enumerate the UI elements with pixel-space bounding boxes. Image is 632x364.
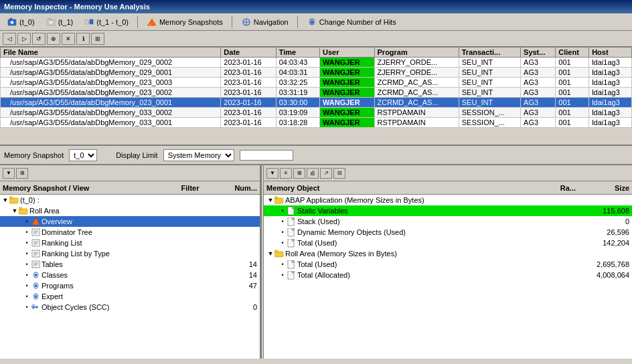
snapshot-select[interactable]: t_0 t_1 bbox=[69, 149, 97, 161]
left-tree-item-tables[interactable]: •Tables14 bbox=[0, 259, 260, 270]
table-cell: ldai1ag3 bbox=[589, 98, 632, 108]
split-container: ▼ ⊞ Memory Snapshot / View Filter Num...… bbox=[0, 165, 632, 359]
right-bullet: • bbox=[279, 207, 287, 214]
tb2-btn-2[interactable]: ▷ bbox=[17, 33, 31, 45]
table-cell: 2023-01-16 bbox=[221, 78, 276, 88]
toolbar-memory-snapshots[interactable]: Memory Snapshots bbox=[143, 15, 227, 29]
table-cell: 2023-01-16 bbox=[221, 118, 276, 128]
svg-point-37 bbox=[34, 284, 37, 287]
toolbar-change-hits[interactable]: Change Number of Hits bbox=[303, 15, 400, 29]
col-date: Date bbox=[221, 48, 276, 58]
right-col-rank: Ra... bbox=[536, 184, 576, 192]
left-tree-item-dominator-tree[interactable]: •Dominator Tree bbox=[0, 227, 260, 238]
left-tree-item-expert[interactable]: •Expert bbox=[0, 291, 260, 302]
table-row[interactable]: /usr/sap/AG3/D55/data/abDbgMemory_033_00… bbox=[1, 108, 632, 118]
right-tree-item-stack-used[interactable]: •Stack (Used)0 bbox=[264, 216, 632, 227]
svg-point-39 bbox=[32, 306, 35, 308]
left-tree-item-programs[interactable]: •Programs47 bbox=[0, 280, 260, 291]
svg-text:-: - bbox=[88, 19, 90, 25]
svg-rect-44 bbox=[292, 207, 294, 209]
title-bar: Memory Inspector - Memory Use Analysis bbox=[0, 0, 632, 13]
right-tree-item-total-used-abap[interactable]: •Total (Used)142,204 bbox=[264, 238, 632, 248]
table-cell: 001 bbox=[556, 98, 589, 108]
table-cell: ldai1ag3 bbox=[589, 118, 632, 128]
toolbar-change-hits-label: Change Number of Hits bbox=[319, 18, 396, 26]
svg-rect-66 bbox=[292, 271, 294, 273]
display-limit-input[interactable] bbox=[240, 150, 293, 161]
right-icon-folder bbox=[274, 195, 284, 205]
tree-label: Dominator Tree bbox=[42, 228, 220, 236]
right-tb-print[interactable]: 🖨 bbox=[307, 168, 319, 179]
col-user: User bbox=[320, 48, 375, 58]
tb2-btn-grid[interactable]: ⊞ bbox=[91, 33, 104, 45]
right-expander[interactable]: ▼ bbox=[266, 250, 274, 257]
toolbar-t0-label: (t_0) bbox=[19, 18, 35, 26]
right-tb-grid2[interactable]: ⊟ bbox=[333, 168, 345, 179]
toolbar-navigation[interactable]: Navigation bbox=[237, 15, 293, 29]
toolbar-t1[interactable]: (t_1) bbox=[42, 15, 78, 29]
table-cell: WANGJER bbox=[320, 78, 375, 88]
table-row[interactable]: /usr/sap/AG3/D55/data/abDbgMemory_029_00… bbox=[1, 68, 632, 78]
tb2-btn-1[interactable]: ◁ bbox=[3, 33, 16, 45]
tree-icon-list bbox=[31, 249, 40, 258]
right-expander[interactable]: ▼ bbox=[266, 197, 274, 203]
right-label: Stack (Used) bbox=[297, 217, 538, 225]
left-tree-item-overview[interactable]: •Overview bbox=[0, 216, 260, 227]
toolbar-navigation-label: Navigation bbox=[254, 18, 289, 26]
right-size: 4,008,064 bbox=[578, 271, 632, 279]
left-tb-filter[interactable]: ▼ bbox=[3, 168, 15, 179]
table-row[interactable]: /usr/sap/AG3/D55/data/abDbgMemory_029_00… bbox=[1, 58, 632, 68]
toolbar-diff[interactable]: - (t_1 - t_0) bbox=[80, 15, 133, 29]
table-row[interactable]: /usr/sap/AG3/D55/data/abDbgMemory_023_00… bbox=[1, 88, 632, 98]
tree-icon-folder bbox=[9, 195, 19, 205]
right-tb-2[interactable]: ≡ bbox=[280, 168, 292, 179]
col-transaction: Transacti... bbox=[459, 48, 520, 58]
display-limit-select[interactable]: System Memory ABAP Memory bbox=[163, 149, 234, 161]
left-tree-item-ranking-list-type[interactable]: •Ranking List by Type bbox=[0, 248, 260, 259]
right-tree-item-static-vars[interactable]: •Static Variables115,608 bbox=[264, 205, 632, 216]
table-cell: AG3 bbox=[521, 58, 556, 68]
table-row[interactable]: /usr/sap/AG3/D55/data/abDbgMemory_033_00… bbox=[1, 118, 632, 128]
svg-rect-16 bbox=[9, 197, 13, 199]
right-tree-item-dynamic-mem[interactable]: •Dynamic Memory Objects (Used)26,596 bbox=[264, 227, 632, 238]
table-cell: 001 bbox=[556, 118, 589, 128]
tb2-btn-delete[interactable]: ✕ bbox=[62, 33, 75, 45]
table-row[interactable]: /usr/sap/AG3/D55/data/abDbgMemory_023_00… bbox=[1, 98, 632, 108]
right-icon-folder bbox=[274, 249, 284, 258]
tb2-btn-4[interactable]: ⊕ bbox=[47, 33, 60, 45]
left-tree-item-obj-cycles[interactable]: •Object Cycles (SCC)0 bbox=[0, 302, 260, 312]
tree-bullet: • bbox=[23, 240, 31, 246]
right-label: Dynamic Memory Objects (Used) bbox=[297, 228, 538, 236]
right-label: Total (Used) bbox=[297, 260, 538, 268]
svg-rect-42 bbox=[274, 197, 278, 199]
right-tree-item-roll-area-obj[interactable]: ▼Roll Area (Memory Sizes in Bytes) bbox=[264, 248, 632, 259]
table-cell: WANGJER bbox=[320, 108, 375, 118]
right-tree-item-abap-app[interactable]: ▼ABAP Application (Memory Sizes in Bytes… bbox=[264, 195, 632, 205]
right-tb-3[interactable]: ⊞ bbox=[293, 168, 305, 179]
tree-label: (t_0) : bbox=[20, 196, 220, 204]
file-table: File Name Date Time User Program Transac… bbox=[0, 47, 632, 128]
table-cell: 03:18:28 bbox=[276, 118, 319, 128]
table-cell: 04:03:31 bbox=[276, 68, 319, 78]
tree-num: 0 bbox=[220, 303, 260, 311]
tree-expander[interactable]: ▼ bbox=[1, 197, 9, 203]
left-tree-item-roll-area[interactable]: ▼Roll Area bbox=[0, 205, 260, 216]
right-tree-item-total-used-roll[interactable]: •Total (Used)2,695,768 bbox=[264, 259, 632, 270]
table-row[interactable]: /usr/sap/AG3/D55/data/abDbgMemory_023_00… bbox=[1, 78, 632, 88]
right-tree-item-total-alloc-roll[interactable]: •Total (Allocated)4,008,064 bbox=[264, 270, 632, 280]
right-tb-export[interactable]: ↗ bbox=[320, 168, 332, 179]
left-tree-item-ranking-list[interactable]: •Ranking List bbox=[0, 238, 260, 248]
tree-bullet: • bbox=[23, 293, 31, 300]
right-icon-doc bbox=[287, 206, 296, 215]
tree-num: 14 bbox=[220, 260, 260, 268]
tb2-btn-refresh[interactable]: ↺ bbox=[32, 33, 46, 45]
table-cell: ZJERRY_ORDE... bbox=[374, 68, 459, 78]
tb2-btn-info[interactable]: ℹ bbox=[76, 33, 90, 45]
left-tree-item-classes[interactable]: •Classes14 bbox=[0, 270, 260, 280]
left-tb-grid[interactable]: ⊞ bbox=[16, 168, 28, 179]
toolbar-t0[interactable]: (t_0) bbox=[3, 15, 39, 29]
right-tb-1[interactable]: ▼ bbox=[266, 168, 279, 179]
right-pane-header: Memory Object Ra... Size bbox=[264, 181, 632, 195]
left-tree-item-t0-root[interactable]: ▼(t_0) : bbox=[0, 195, 260, 205]
tree-expander[interactable]: ▼ bbox=[11, 207, 19, 214]
